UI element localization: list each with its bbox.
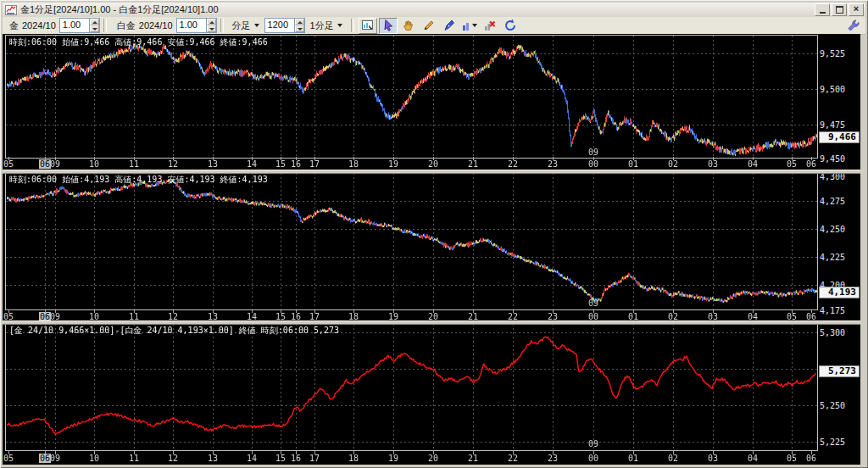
spin-up-icon[interactable]: [295, 19, 304, 25]
platinum-factor-input[interactable]: 1.00: [176, 18, 217, 33]
gold-factor-input[interactable]: 1.00: [59, 18, 100, 33]
delete-x-icon: [483, 19, 497, 32]
platinum-candle-chart[interactable]: [5, 172, 818, 310]
time-tick-notch: [753, 157, 754, 160]
pane-splitter[interactable]: [3, 170, 860, 174]
time-tick-label: 18: [348, 159, 359, 169]
bar-count-value: 1200: [265, 19, 294, 32]
time-tick-label: 10: [89, 454, 99, 463]
bar-type-dropdown[interactable]: 分足: [230, 19, 262, 33]
cursor-tool-button[interactable]: [379, 18, 398, 34]
time-tick-label: 01: [628, 159, 638, 169]
candlestick-canvas[interactable]: [6, 36, 817, 158]
time-tick-label: 05: [787, 159, 797, 169]
minimize-button[interactable]: [815, 3, 830, 16]
time-tick-label: 17: [309, 454, 320, 463]
time-tick-label: 00: [588, 159, 598, 169]
pan-hand-tool-button[interactable]: [399, 18, 418, 34]
time-tick-label: 21: [468, 454, 478, 463]
time-tick-notch: [673, 157, 674, 160]
y-axis-label: 5,300: [820, 328, 845, 337]
y-axis-label: 9,450: [820, 154, 845, 164]
time-tick-notch: [593, 157, 594, 160]
time-tick-label: 20: [428, 454, 438, 463]
title-bar[interactable]: 金1分足[2024/10]1.00 - 白金1分足[2024/10]1.00 ×: [3, 3, 865, 18]
bar-type-label: 分足: [232, 20, 251, 32]
time-tick-label: 03: [708, 454, 718, 463]
time-tick-notch: [393, 157, 394, 160]
time-tick-label: 22: [508, 159, 518, 169]
time-tick-notch: [353, 309, 354, 313]
time-tick-notch: [213, 157, 214, 160]
time-tick-notch: [753, 309, 754, 313]
time-tick-label: 05: [787, 454, 797, 463]
date-change-label: 09: [588, 148, 598, 157]
y-axis-label: 9,500: [820, 85, 845, 94]
candlestick-canvas[interactable]: [6, 173, 817, 309]
spin-up-icon[interactable]: [90, 19, 99, 25]
interval-dropdown[interactable]: 1分足: [308, 19, 345, 33]
settings-wrench-icon[interactable]: [847, 19, 860, 32]
time-tick-label: 06: [806, 454, 816, 463]
close-icon: ×: [854, 4, 859, 14]
time-tick-notch: [296, 451, 297, 454]
spin-down-icon[interactable]: [295, 25, 304, 32]
spin-down-icon[interactable]: [207, 25, 216, 32]
pen-draw-tool-button[interactable]: [440, 18, 459, 34]
y-axis-label: 4,225: [820, 253, 845, 262]
refresh-tool-button[interactable]: [501, 18, 520, 34]
time-tick-label: 18: [348, 454, 359, 463]
y-axis-label: 4,250: [820, 225, 845, 234]
time-tick-notch: [8, 157, 9, 160]
time-tick-label: 16: [291, 454, 301, 463]
chart-window: 金1分足[2024/10]1.00 - 白金1分足[2024/10]1.00 ×…: [0, 0, 868, 468]
pane-splitter[interactable]: [3, 320, 860, 325]
time-tick-label: 12: [168, 454, 178, 463]
spread-line-canvas[interactable]: [6, 324, 817, 450]
gold-candle-chart[interactable]: [5, 35, 818, 159]
close-button[interactable]: ×: [849, 3, 864, 16]
chevron-down-icon: [254, 24, 259, 27]
time-tick-notch: [553, 157, 554, 160]
time-tick-notch: [134, 451, 135, 454]
time-tick-notch: [633, 157, 634, 160]
maximize-button[interactable]: [832, 3, 847, 16]
delete-study-tool-button[interactable]: [481, 18, 499, 34]
time-tick-label: 16: [291, 159, 301, 169]
time-tick-notch: [753, 451, 754, 454]
time-tick-notch: [8, 451, 9, 454]
time-tick-label: 23: [548, 454, 558, 463]
time-tick-label: 11: [129, 454, 139, 463]
time-tick-notch: [281, 309, 281, 313]
spread-line-chart[interactable]: [5, 323, 818, 451]
interval-label: 1分足: [310, 20, 334, 32]
spin-down-icon[interactable]: [90, 25, 99, 32]
time-tick-notch: [314, 451, 315, 454]
spread-chart-header: [金 24/10 9,466×1.00]-[白金 24/10 4,193×1.0…: [9, 325, 339, 337]
bar-count-input[interactable]: 1200: [264, 18, 305, 33]
time-tick-notch: [296, 157, 297, 160]
chart-style-tool-button[interactable]: [460, 18, 479, 34]
time-tick-label: 00: [588, 454, 598, 463]
time-tick-label: 11: [129, 159, 139, 169]
y-axis-label: 9,525: [820, 49, 845, 58]
spread-last-value-badge: 5,273: [819, 365, 860, 377]
time-tick-notch: [252, 309, 253, 313]
gold-chart-header: 時刻:06:00 始値:9,466 高値:9,466 安値:9,466 終値:9…: [9, 36, 268, 48]
time-tick-notch: [353, 157, 354, 160]
time-tick-label: 19: [388, 159, 398, 169]
time-tick-notch: [473, 157, 474, 160]
time-tick-notch: [792, 451, 793, 454]
select-chart-tool-button[interactable]: [359, 18, 377, 34]
time-tick-notch: [296, 309, 297, 313]
time-tick-label: 05: [3, 159, 14, 169]
time-tick-notch: [673, 451, 674, 454]
time-tick-notch: [433, 309, 434, 313]
time-tick-notch: [281, 157, 281, 160]
time-tick-notch: [252, 451, 253, 454]
pencil-draw-tool-button[interactable]: [420, 18, 438, 34]
platinum-label: 白金: [117, 20, 136, 32]
time-tick-label: 15: [275, 159, 286, 169]
toolbar: 金 2024/10 1.00 白金 2024/10 1.00 分足 1200 1…: [3, 17, 865, 35]
spin-up-icon[interactable]: [207, 19, 216, 25]
